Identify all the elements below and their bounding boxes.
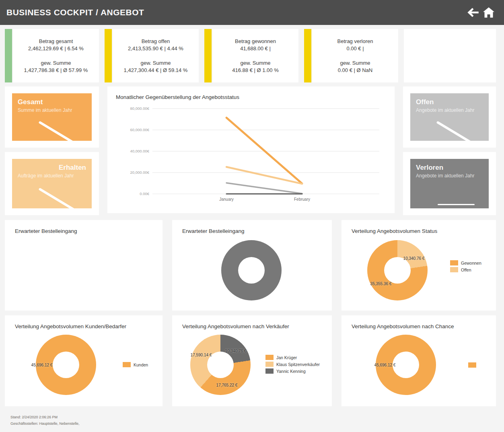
legend: Kunden [123,362,148,367]
legend-swatch [450,260,458,265]
svg-text:February: February [294,197,310,202]
svg-text:60,000.00€: 60,000.00€ [130,128,149,132]
kpi-sub-label: gew. Summe [41,60,71,67]
chart-title: Verteilung Angebotsvolumen Status [352,228,437,234]
kpi-row: Betrag gesamt 2,462,129.69 € | 6.54 % ge… [5,29,496,82]
header: BUSINESS COCKPIT / ANGEBOT [0,0,504,25]
legend-swatch [265,362,274,367]
legend-swatch [265,355,274,360]
tile-title: Gesamt [18,98,86,106]
legend-swatch [450,267,458,272]
kpi-accent-bar [105,29,112,82]
chart-title: Erwarteter Bestelleingang [15,228,77,234]
slice-value-label: 45,696.12 € [31,363,53,367]
svg-text:January: January [219,197,234,202]
svg-text:40,000.00€: 40,000.00€ [130,149,149,153]
gesamt-tile[interactable]: Gesamt Summe im aktuellen Jahr [12,93,92,141]
kpi-title: Betrag verloren [337,38,373,45]
svg-text:80,000.00€: 80,000.00€ [130,106,149,111]
legend-swatch [265,368,274,374]
offen-tile[interactable]: Offen Angebote im aktuellen Jahr [410,93,489,141]
angebotsvolumen-kunden-card: Verteilung Angebotsvolumen Kunden/Bedarf… [5,315,163,406]
kpi-sub-value: 1,427,300.44 € | Ø 59.14 % [124,67,188,74]
kpi-card-betrag-offen: Betrag offen 2,413,535.90 € | 4.44 % gew… [105,29,199,82]
slice-value-label: 17,590.14 € [191,353,212,357]
tile-subtitle: Angebote im aktuellen Jahr [416,173,483,179]
trend-down-line [39,121,80,141]
kpi-title: Betrag offen [142,38,170,45]
tile-subtitle: Angebote im aktuellen Jahr [416,107,483,113]
monthly-status-line-chart: 80,000.00€60,000.00€40,000.00€20,000.00€… [107,86,395,207]
slice-value-label: 35,355.36 € [370,282,392,286]
legend-label: Offen [461,267,471,272]
angebotsvolumen-status-donut[interactable] [367,240,428,300]
tile-title: Verloren [416,164,483,172]
slice-value-label: 10,340.76 € [225,349,247,353]
legend-swatch [123,362,131,367]
chart-title: Verteilung Angebotsvolumen nach Chance [352,323,454,329]
kpi-card-betrag-gewonnen: Betrag gewonnen 41,688.00 € | gew. Summe… [204,29,298,82]
slice-value-label: 45,696.12 € [374,363,396,367]
legend-label: Jan Krüger [276,355,297,360]
verloren-panel: Verloren Angebote im aktuellen Jahr [403,152,496,215]
legend: Gewonnen Offen [450,260,481,272]
angebotsvolumen-status-card: Verteilung Angebotsvolumen Status 10,340… [341,220,496,311]
verloren-tile[interactable]: Verloren Angebote im aktuellen Jahr [410,159,489,208]
kpi-title: Betrag gesamt [39,38,73,45]
kpi-value: 2,462,129.69 € | 6.54 % [28,45,84,52]
erhalten-tile[interactable]: Erhalten Aufträge im aktuellen Jahr [12,159,92,208]
header-icons [467,7,494,18]
tile-title: Erhalten [18,164,86,172]
footer-stand: Stand: 2/24/2020 2:06:26 PM [10,414,496,420]
slice-value-label: 10,340.76 € [403,256,425,261]
tile-subtitle: Aufträge im aktuellen Jahr [18,173,86,179]
kpi-value: 41,688.00 € | [240,45,271,52]
svg-text:20,000.00€: 20,000.00€ [130,170,149,175]
kpi-sub-value: 0.00 € | Ø NaN [338,67,372,74]
tile-subtitle: Summe im aktuellen Jahr [18,107,86,113]
kpi-card-betrag-gesamt: Betrag gesamt 2,462,129.69 € | 6.54 % ge… [5,29,99,82]
kpi-sub-value: 416.88 € | Ø 1.00 % [232,67,278,74]
line-chart-card: Monatlicher Gegenüberstellung der Angebo… [107,86,395,213]
legend: Jan Krüger Klaus Spitzenverkäufer Yannic… [265,355,320,374]
trend-flat-line [438,204,475,205]
back-arrow-icon[interactable] [467,7,479,18]
kpi-sub-value: 1,427,786.38 € | Ø 57.99 % [24,67,88,74]
legend-label: Kunden [134,362,148,367]
trend-down-line [39,188,80,208]
legend-label: Yannic Kenning [276,369,306,374]
legend-swatch [468,362,476,368]
kpi-sub-label: gew. Summe [340,60,370,67]
chart-title: Verteilung Angebotsvolumen nach Verkäufe… [182,323,289,329]
angebotsvolumen-verkaeufer-card: Verteilung Angebotsvolumen nach Verkäufe… [172,315,332,406]
charts-row-2: Verteilung Angebotsvolumen Kunden/Bedarf… [5,315,496,406]
middle-row: Gesamt Summe im aktuellen Jahr Erhalten … [5,86,496,215]
trend-down-line [436,121,477,141]
erwarteter-bestelleingang-donut[interactable] [221,240,282,300]
kpi-accent-bar [204,29,212,82]
erhalten-panel: Erhalten Aufträge im aktuellen Jahr [5,152,99,215]
erwarteter-bestelleingang-empty-card: Erwarteter Bestelleingang [5,220,163,311]
slice-value-label: 17,765.22 € [216,383,238,387]
kpi-accent-bar [304,29,311,82]
charts-row-1: Erwarteter Bestelleingang Erwarteter Bes… [5,220,496,311]
kpi-sub-label: gew. Summe [240,60,270,67]
kpi-value: 2,413,535.90 € | 4.44 % [128,45,183,52]
chart-title: Erwarteter Bestelleingang [182,228,245,234]
kpi-title: Betrag gewonnen [235,38,276,45]
footer-geschaeftsstellen: Geschäftsstellen: Hauptstelle, Nebenstel… [10,420,496,427]
kpi-accent-bar [5,29,12,82]
kpi-card-betrag-verloren: Betrag verloren 0.00 € | gew. Summe 0.00… [304,29,398,82]
page-title: BUSINESS COCKPIT / ANGEBOT [6,8,144,17]
legend [468,362,479,368]
svg-text:0.00€: 0.00€ [140,191,149,196]
tile-title: Offen [416,98,483,106]
chart-title: Verteilung Angebotsvolumen Kunden/Bedarf… [15,323,126,329]
offen-panel: Offen Angebote im aktuellen Jahr [403,86,496,148]
kpi-card-empty [404,29,496,82]
erwarteter-bestelleingang-donut-card: Erwarteter Bestelleingang [172,220,332,311]
home-icon[interactable] [483,7,494,18]
legend-label: Klaus Spitzenverkäufer [276,362,320,367]
footer: Stand: 2/24/2020 2:06:26 PM Geschäftsste… [10,414,496,427]
legend-label: Gewonnen [461,261,481,265]
